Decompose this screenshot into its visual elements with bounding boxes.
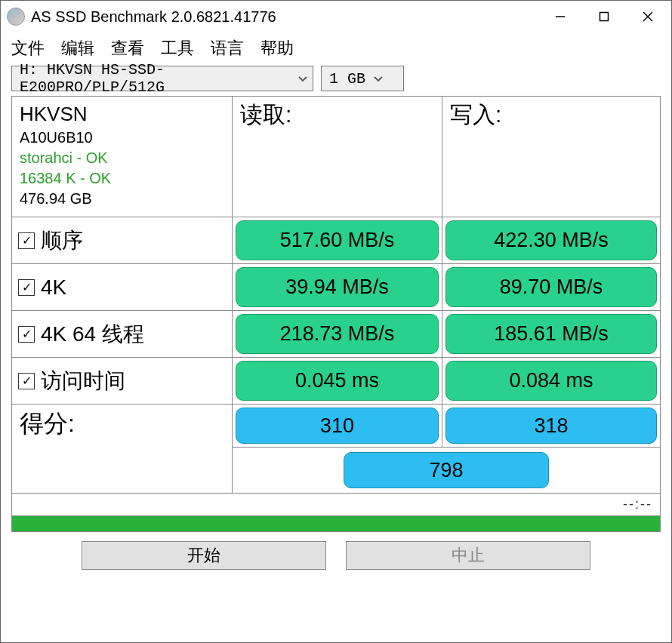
row-4k: ✓ 4K 39.94 MB/s 89.70 MB/s — [12, 264, 660, 311]
chevron-down-icon — [373, 70, 384, 88]
maximize-icon — [599, 11, 609, 22]
chevron-down-icon — [297, 70, 308, 88]
window-title: AS SSD Benchmark 2.0.6821.41776 — [31, 8, 538, 26]
4k-read-value: 39.94 MB/s — [236, 267, 439, 307]
minimize-button[interactable] — [538, 3, 582, 30]
svg-rect-1 — [600, 13, 609, 21]
progress-bar — [12, 516, 660, 531]
write-column-header: 写入: — [442, 97, 660, 217]
label-access-time: 访问时间 — [41, 367, 125, 395]
row-4k-64thrd-label-cell: ✓ 4K 64 线程 — [12, 311, 233, 357]
score-total: 798 — [344, 452, 549, 488]
drive-select-value: H: HKVSN HS-SSD-E200PRO/PLP/512G — [20, 61, 290, 96]
test-size-value: 1 GB — [329, 70, 365, 88]
seq-read-value: 517.60 MB/s — [236, 220, 439, 260]
start-button[interactable]: 开始 — [82, 541, 326, 570]
minimize-icon — [555, 11, 566, 22]
row-access-time-label-cell: ✓ 访问时间 — [12, 358, 233, 404]
4k-write-value: 89.70 MB/s — [445, 267, 657, 307]
drive-info: HKVSN A10U6B10 storahci - OK 16384 K - O… — [12, 97, 233, 217]
row-4k-64thrd: ✓ 4K 64 线程 218.73 MB/s 185.61 MB/s — [12, 311, 660, 358]
row-4k-label-cell: ✓ 4K — [12, 264, 233, 310]
menu-file[interactable]: 文件 — [11, 37, 45, 60]
drive-select[interactable]: H: HKVSN HS-SSD-E200PRO/PLP/512G — [11, 66, 313, 91]
checkbox-4k[interactable]: ✓ — [18, 279, 35, 296]
test-size-select[interactable]: 1 GB — [321, 66, 404, 91]
drive-model: HKVSN — [20, 101, 224, 128]
close-button[interactable] — [626, 3, 670, 30]
4k64-read-value: 218.73 MB/s — [236, 314, 439, 354]
window-controls — [538, 3, 670, 30]
app-icon — [7, 8, 25, 26]
4k64-write-value: 185.61 MB/s — [445, 314, 657, 354]
seq-write-value: 422.30 MB/s — [445, 220, 657, 260]
stop-button[interactable]: 中止 — [346, 541, 590, 570]
menu-edit[interactable]: 编辑 — [61, 37, 94, 60]
label-4k-64thrd: 4K 64 线程 — [41, 320, 144, 349]
close-icon — [642, 11, 654, 23]
drive-driver-status: storahci - OK — [20, 148, 224, 168]
menu-help[interactable]: 帮助 — [260, 37, 294, 60]
score-read: 310 — [236, 408, 439, 444]
drive-firmware: A10U6B10 — [20, 128, 224, 148]
drive-alignment-status: 16384 K - OK — [20, 168, 224, 189]
menu-tools[interactable]: 工具 — [161, 37, 194, 60]
controls-row: H: HKVSN HS-SSD-E200PRO/PLP/512G 1 GB — [1, 66, 671, 96]
results-panel: HKVSN A10U6B10 storahci - OK 16384 K - O… — [11, 96, 661, 532]
maximize-button[interactable] — [582, 3, 626, 30]
row-access-time: ✓ 访问时间 0.045 ms 0.084 ms — [12, 358, 660, 405]
row-sequential-label-cell: ✓ 顺序 — [12, 217, 233, 263]
menu-language[interactable]: 语言 — [211, 37, 244, 60]
menu-view[interactable]: 查看 — [111, 37, 144, 60]
score-write: 318 — [445, 408, 657, 444]
drive-capacity: 476.94 GB — [20, 189, 224, 209]
app-window: AS SSD Benchmark 2.0.6821.41776 文件 编辑 查看… — [0, 0, 672, 643]
titlebar: AS SSD Benchmark 2.0.6821.41776 — [1, 1, 671, 32]
row-sequential: ✓ 顺序 517.60 MB/s 422.30 MB/s — [12, 217, 660, 264]
progress-time: --:-- — [12, 494, 660, 516]
score-row: 得分: 310 318 798 — [12, 405, 660, 494]
buttons-row: 开始 中止 — [1, 532, 671, 577]
access-write-value: 0.084 ms — [445, 361, 657, 401]
checkbox-4k-64thrd[interactable]: ✓ — [18, 326, 35, 343]
checkbox-access-time[interactable]: ✓ — [18, 373, 35, 389]
label-4k: 4K — [41, 275, 66, 300]
read-column-header: 读取: — [233, 97, 442, 217]
access-read-value: 0.045 ms — [236, 361, 439, 401]
header-row: HKVSN A10U6B10 storahci - OK 16384 K - O… — [12, 97, 660, 217]
label-sequential: 顺序 — [41, 226, 83, 255]
score-label: 得分: — [12, 405, 233, 493]
checkbox-sequential[interactable]: ✓ — [18, 232, 35, 249]
